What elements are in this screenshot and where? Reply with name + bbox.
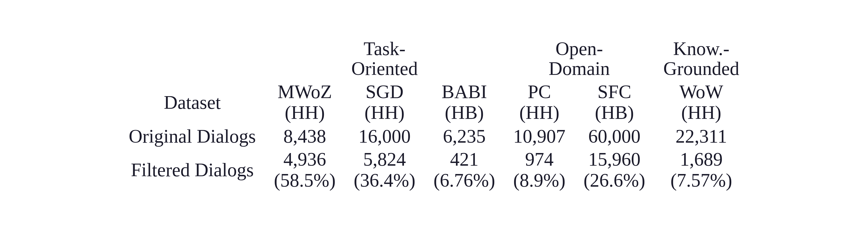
page: Task- Oriented Open- Domain Know.- Groun… [0, 0, 868, 230]
cell-original-sgd: 16,000 [345, 125, 425, 148]
cell-original-wow: 22,311 [654, 125, 748, 148]
filtered-count: 15,960 [584, 149, 645, 170]
filtered-percent: (7.57%) [671, 170, 732, 191]
cell-filtered-babi: 421 (6.76%) [425, 148, 504, 192]
col-header-wow: WoW (HH) [654, 81, 748, 125]
dataset-mode: (HH) [680, 102, 723, 123]
filtered-percent: (26.6%) [584, 170, 645, 191]
group-header-line1: Task- [351, 39, 418, 59]
dataset-row: Dataset MWoZ (HH) SGD (HH) BABI (HB) [120, 81, 748, 125]
dataset-name: PC [519, 81, 559, 102]
cell-original-sfc: 60,000 [575, 125, 654, 148]
filtered-count: 974 [513, 149, 565, 170]
filtered-percent: (58.5%) [274, 170, 336, 191]
dataset-name: MWoZ [278, 81, 332, 102]
col-header-sgd: SGD (HH) [345, 81, 425, 125]
filtered-dialogs-row: Filtered Dialogs 4,936 (58.5%) 5,824 (36… [120, 148, 748, 192]
group-header-line2: Grounded [663, 59, 739, 79]
cell-filtered-wow: 1,689 (7.57%) [654, 148, 748, 192]
dataset-mode: (HB) [442, 102, 487, 123]
group-header-line2: Domain [549, 59, 610, 79]
row-label-original: Original Dialogs [120, 125, 265, 148]
cell-filtered-mwoz: 4,936 (58.5%) [265, 148, 345, 192]
dataset-mode: (HH) [278, 102, 332, 123]
col-header-pc: PC (HH) [504, 81, 575, 125]
col-header-sfc: SFC (HB) [575, 81, 654, 125]
group-header-line2: Oriented [351, 59, 418, 79]
filtered-count: 1,689 [671, 149, 732, 170]
dataset-name: WoW [680, 81, 723, 102]
filtered-percent: (6.76%) [434, 170, 495, 191]
group-header-line1: Open- [549, 39, 610, 59]
group-header-open-domain: Open- Domain [504, 38, 654, 81]
cell-original-babi: 6,235 [425, 125, 504, 148]
blank-cell [120, 38, 265, 81]
dataset-name: SFC [595, 81, 634, 102]
dataset-name: BABI [442, 81, 487, 102]
filtered-count: 4,936 [274, 149, 336, 170]
group-header-line1: Know.- [663, 39, 739, 59]
group-header-row: Task- Oriented Open- Domain Know.- Groun… [120, 38, 748, 81]
filtered-count: 5,824 [354, 149, 415, 170]
filtered-percent: (8.9%) [513, 170, 565, 191]
filtered-count: 421 [434, 149, 495, 170]
original-dialogs-row: Original Dialogs 8,438 16,000 6,235 10,9… [120, 125, 748, 148]
dataset-mode: (HB) [595, 102, 634, 123]
filtered-percent: (36.4%) [354, 170, 415, 191]
group-header-task-oriented: Task- Oriented [265, 38, 504, 81]
dataset-name: SGD [365, 81, 405, 102]
cell-filtered-pc: 974 (8.9%) [504, 148, 575, 192]
cell-filtered-sgd: 5,824 (36.4%) [345, 148, 425, 192]
col-header-babi: BABI (HB) [425, 81, 504, 125]
group-header-know-grounded: Know.- Grounded [654, 38, 748, 81]
col-header-mwoz: MWoZ (HH) [265, 81, 345, 125]
dialog-stats-table: Task- Oriented Open- Domain Know.- Groun… [120, 38, 748, 192]
row-label-dataset: Dataset [120, 81, 265, 125]
dataset-mode: (HH) [365, 102, 405, 123]
cell-filtered-sfc: 15,960 (26.6%) [575, 148, 654, 192]
dataset-mode: (HH) [519, 102, 559, 123]
row-label-filtered: Filtered Dialogs [120, 148, 265, 192]
cell-original-mwoz: 8,438 [265, 125, 345, 148]
cell-original-pc: 10,907 [504, 125, 575, 148]
